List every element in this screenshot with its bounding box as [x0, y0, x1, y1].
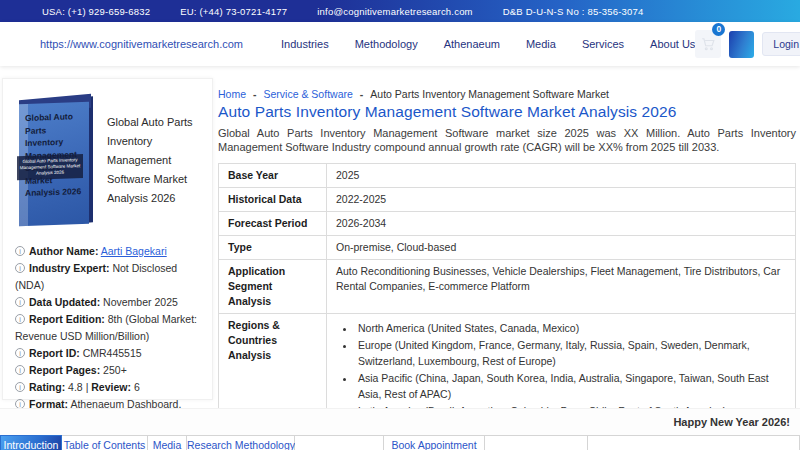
row-value: On-premise, Cloud-based — [327, 236, 796, 260]
table-row: Type On-premise, Cloud-based — [219, 236, 796, 260]
region-item: Asia Pacific (China, Japan, South Korea,… — [356, 370, 786, 403]
site-logo[interactable]: https://www.cognitivemarketresearch.com — [40, 38, 243, 50]
top-contact-bar: USA: (+1) 929-659-6832 EU: (+44) 73-0721… — [0, 0, 800, 22]
menu-item-media[interactable]: Media — [526, 38, 556, 50]
row-value: 2026-2034 — [327, 212, 796, 236]
table-row: Historical Data 2022-2025 — [219, 188, 796, 212]
report-info-table: Base Year 2025 Historical Data 2022-2025… — [218, 163, 796, 450]
contact-email[interactable]: info@cognitivemarketresearch.com — [317, 6, 472, 17]
duns-number: D&B D-U-N-S No : 85-356-3074 — [503, 6, 644, 17]
row-value: 2022-2025 — [327, 188, 796, 212]
author-link[interactable]: Aarti Bagekari — [101, 245, 167, 257]
table-row: Application Segment Analysis Auto Recond… — [219, 260, 796, 314]
region-item: North America (United States, Canada, Me… — [356, 320, 786, 337]
tab-book-appointment[interactable]: Book Appointment — [384, 435, 485, 450]
cover-band-text: Global Auto Parts Inventory Management S… — [17, 154, 83, 180]
report-cover-image: Global Auto Parts Inventory Management S… — [17, 95, 97, 229]
region-item: Europe (United Kingdom, France, Germany,… — [356, 337, 786, 370]
breadcrumb-current: Auto Parts Inventory Management Software… — [370, 88, 609, 100]
table-row: Base Year 2025 — [219, 164, 796, 188]
notice-banner: Happy New Year 2026! — [0, 408, 800, 435]
detail-report-id: iReport ID: CMR445515 — [15, 345, 206, 362]
info-icon: i — [15, 314, 25, 324]
report-sidebar: Global Auto Parts Inventory Management S… — [2, 78, 213, 400]
breadcrumb: Home - Service & Software - Auto Parts I… — [218, 88, 796, 100]
tab-unlabeled[interactable] — [295, 435, 384, 450]
menu-item-about-us[interactable]: About Us — [650, 38, 695, 50]
breadcrumb-separator: - — [360, 88, 364, 100]
menu-item-athenaeum[interactable]: Athenaeum — [444, 38, 500, 50]
tab-unlabeled[interactable] — [588, 435, 800, 450]
info-icon: i — [15, 382, 25, 392]
row-value: Auto Reconditioning Businesses, Vehicle … — [327, 260, 796, 314]
row-label: Historical Data — [219, 188, 327, 212]
info-icon: i — [15, 365, 25, 375]
detail-report-edition: iReport Edition: 8th (Global Market: Rev… — [15, 311, 206, 345]
navbar: https://www.cognitivemarketresearch.com … — [0, 22, 800, 66]
table-row: Forecast Period 2026-2034 — [219, 212, 796, 236]
nav-right-cluster: 0 Login — [695, 30, 800, 58]
info-icon: i — [15, 263, 25, 273]
row-label: Base Year — [219, 164, 327, 188]
report-tab-bar: Introduction Table of Contents Media Res… — [0, 435, 800, 450]
menu-item-industries[interactable]: Industries — [281, 38, 329, 50]
tab-unlabeled[interactable] — [485, 435, 588, 450]
detail-report-pages: iReport Pages: 250+ — [15, 362, 206, 379]
row-label: Application Segment Analysis — [219, 260, 327, 314]
row-value: 2025 — [327, 164, 796, 188]
book-front-cover: Global Auto Parts Inventory Management S… — [19, 102, 89, 226]
main-content: Home - Service & Software - Auto Parts I… — [218, 88, 796, 450]
breadcrumb-home[interactable]: Home — [218, 88, 246, 100]
breadcrumb-separator: - — [253, 88, 257, 100]
search-button[interactable] — [729, 31, 754, 58]
menu-item-services[interactable]: Services — [582, 38, 624, 50]
page: USA: (+1) 929-659-6832 EU: (+44) 73-0721… — [0, 0, 800, 450]
info-icon: i — [15, 348, 25, 358]
login-button[interactable]: Login — [762, 32, 800, 56]
tab-media[interactable]: Media — [148, 435, 187, 450]
menu-item-methodology[interactable]: Methodology — [355, 38, 418, 50]
breadcrumb-service-software[interactable]: Service & Software — [264, 88, 353, 100]
row-label: Forecast Period — [219, 212, 327, 236]
detail-industry-expert: iIndustry Expert: Not Disclosed (NDA) — [15, 260, 206, 294]
tab-introduction[interactable]: Introduction — [0, 435, 62, 450]
info-icon: i — [15, 297, 25, 307]
cart-button[interactable]: 0 — [695, 30, 721, 58]
tab-table-of-contents[interactable]: Table of Contents — [62, 435, 148, 450]
detail-rating: iRating: 4.8 | Review: 6 — [15, 379, 206, 396]
eu-phone[interactable]: EU: (+44) 73-0721-4177 — [180, 6, 287, 17]
info-icon: i — [15, 246, 25, 256]
report-sidebar-title: Global Auto Parts Inventory Management S… — [107, 113, 209, 208]
report-description: Global Auto Parts Inventory Management S… — [218, 126, 796, 154]
cart-icon — [701, 37, 715, 51]
row-label: Type — [219, 236, 327, 260]
usa-phone[interactable]: USA: (+1) 929-659-6832 — [42, 6, 150, 17]
cart-count-badge: 0 — [712, 23, 725, 36]
detail-data-updated: iData Updated: November 2025 — [15, 294, 206, 311]
main-menu: Industries Methodology Athenaeum Media S… — [281, 38, 695, 50]
detail-author: iAuthor Name: Aarti Bagekari — [15, 243, 206, 260]
tab-research-methodology[interactable]: Research Methodology — [187, 435, 295, 450]
page-title: Auto Parts Inventory Management Software… — [218, 103, 796, 121]
